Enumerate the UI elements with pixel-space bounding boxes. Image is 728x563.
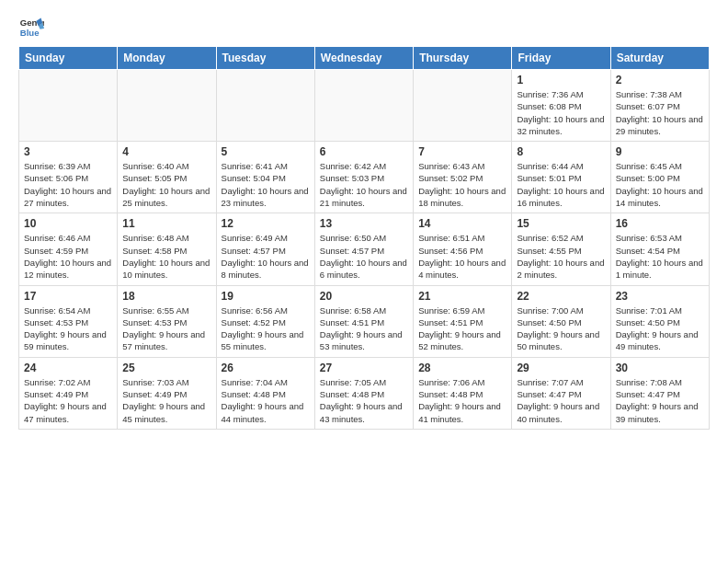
day-info: Sunrise: 6:55 AM Sunset: 4:53 PM Dayligh…: [122, 304, 210, 353]
day-number: 24: [24, 362, 112, 374]
day-number: 3: [24, 145, 112, 158]
week-row-3: 17Sunrise: 6:54 AM Sunset: 4:53 PM Dayli…: [19, 285, 710, 357]
day-number: 23: [616, 290, 704, 303]
calendar-cell: 4Sunrise: 6:40 AM Sunset: 5:05 PM Daylig…: [118, 142, 216, 213]
calendar-cell: 7Sunrise: 6:43 AM Sunset: 5:02 PM Daylig…: [414, 142, 512, 213]
day-info: Sunrise: 6:43 AM Sunset: 5:02 PM Dayligh…: [418, 160, 506, 209]
calendar-cell: [118, 70, 216, 142]
day-info: Sunrise: 6:54 AM Sunset: 4:53 PM Dayligh…: [24, 304, 112, 353]
day-info: Sunrise: 7:03 AM Sunset: 4:49 PM Dayligh…: [122, 376, 210, 425]
weekday-header-monday: Monday: [118, 47, 216, 70]
calendar-cell: 11Sunrise: 6:48 AM Sunset: 4:58 PM Dayli…: [118, 213, 216, 285]
calendar-cell: 22Sunrise: 7:00 AM Sunset: 4:50 PM Dayli…: [512, 285, 610, 357]
weekday-header-saturday: Saturday: [610, 47, 709, 70]
calendar-cell: 21Sunrise: 6:59 AM Sunset: 4:51 PM Dayli…: [414, 285, 512, 357]
day-info: Sunrise: 7:06 AM Sunset: 4:48 PM Dayligh…: [418, 376, 506, 425]
calendar-cell: 10Sunrise: 6:46 AM Sunset: 4:59 PM Dayli…: [19, 213, 118, 285]
calendar-cell: 30Sunrise: 7:08 AM Sunset: 4:47 PM Dayli…: [610, 357, 709, 429]
weekday-header-sunday: Sunday: [19, 47, 118, 70]
page-header: General Blue: [18, 15, 710, 40]
day-number: 12: [222, 217, 310, 230]
week-row-1: 3Sunrise: 6:39 AM Sunset: 5:06 PM Daylig…: [19, 142, 710, 213]
calendar-cell: [216, 70, 314, 142]
day-number: 22: [517, 290, 605, 303]
calendar-cell: 26Sunrise: 7:04 AM Sunset: 4:48 PM Dayli…: [216, 357, 314, 429]
calendar-cell: 28Sunrise: 7:06 AM Sunset: 4:48 PM Dayli…: [414, 357, 512, 429]
weekday-header-tuesday: Tuesday: [216, 47, 314, 70]
day-info: Sunrise: 6:51 AM Sunset: 4:56 PM Dayligh…: [418, 232, 506, 281]
day-info: Sunrise: 6:39 AM Sunset: 5:06 PM Dayligh…: [24, 160, 112, 209]
day-info: Sunrise: 7:08 AM Sunset: 4:47 PM Dayligh…: [616, 376, 704, 425]
day-number: 20: [320, 290, 408, 303]
day-number: 2: [616, 74, 704, 86]
calendar-cell: 3Sunrise: 6:39 AM Sunset: 5:06 PM Daylig…: [19, 142, 118, 213]
day-number: 25: [122, 362, 210, 374]
day-number: 21: [418, 290, 506, 303]
calendar-cell: 14Sunrise: 6:51 AM Sunset: 4:56 PM Dayli…: [414, 213, 512, 285]
calendar-cell: 12Sunrise: 6:49 AM Sunset: 4:57 PM Dayli…: [216, 213, 314, 285]
day-info: Sunrise: 7:04 AM Sunset: 4:48 PM Dayligh…: [222, 376, 310, 425]
calendar-cell: 20Sunrise: 6:58 AM Sunset: 4:51 PM Dayli…: [314, 285, 413, 357]
day-number: 16: [616, 217, 704, 230]
weekday-header-wednesday: Wednesday: [314, 47, 413, 70]
day-info: Sunrise: 6:53 AM Sunset: 4:54 PM Dayligh…: [616, 232, 704, 281]
day-number: 4: [122, 145, 210, 158]
calendar-cell: 18Sunrise: 6:55 AM Sunset: 4:53 PM Dayli…: [118, 285, 216, 357]
day-number: 6: [320, 145, 408, 158]
day-info: Sunrise: 6:48 AM Sunset: 4:58 PM Dayligh…: [122, 232, 210, 281]
calendar-cell: [19, 70, 118, 142]
calendar-table: SundayMondayTuesdayWednesdayThursdayFrid…: [18, 46, 710, 430]
day-number: 28: [418, 362, 506, 374]
day-info: Sunrise: 7:07 AM Sunset: 4:47 PM Dayligh…: [517, 376, 605, 425]
weekday-header-thursday: Thursday: [414, 47, 512, 70]
day-info: Sunrise: 7:05 AM Sunset: 4:48 PM Dayligh…: [320, 376, 408, 425]
week-row-2: 10Sunrise: 6:46 AM Sunset: 4:59 PM Dayli…: [19, 213, 710, 285]
calendar-cell: 15Sunrise: 6:52 AM Sunset: 4:55 PM Dayli…: [512, 213, 610, 285]
day-info: Sunrise: 6:40 AM Sunset: 5:05 PM Dayligh…: [122, 160, 210, 209]
day-info: Sunrise: 6:46 AM Sunset: 4:59 PM Dayligh…: [24, 232, 112, 281]
calendar-cell: 25Sunrise: 7:03 AM Sunset: 4:49 PM Dayli…: [118, 357, 216, 429]
day-number: 29: [517, 362, 605, 374]
logo: General Blue: [18, 15, 44, 40]
day-info: Sunrise: 7:02 AM Sunset: 4:49 PM Dayligh…: [24, 376, 112, 425]
day-info: Sunrise: 7:38 AM Sunset: 6:07 PM Dayligh…: [616, 88, 704, 137]
svg-text:Blue: Blue: [20, 28, 40, 38]
day-info: Sunrise: 7:00 AM Sunset: 4:50 PM Dayligh…: [517, 304, 605, 353]
calendar-cell: 2Sunrise: 7:38 AM Sunset: 6:07 PM Daylig…: [610, 70, 709, 142]
day-info: Sunrise: 6:52 AM Sunset: 4:55 PM Dayligh…: [517, 232, 605, 281]
day-info: Sunrise: 7:36 AM Sunset: 6:08 PM Dayligh…: [517, 88, 605, 137]
day-number: 10: [24, 217, 112, 230]
weekday-header-friday: Friday: [512, 47, 610, 70]
day-info: Sunrise: 6:58 AM Sunset: 4:51 PM Dayligh…: [320, 304, 408, 353]
calendar-cell: 9Sunrise: 6:45 AM Sunset: 5:00 PM Daylig…: [610, 142, 709, 213]
calendar-cell: 24Sunrise: 7:02 AM Sunset: 4:49 PM Dayli…: [19, 357, 118, 429]
day-number: 13: [320, 217, 408, 230]
calendar-cell: 29Sunrise: 7:07 AM Sunset: 4:47 PM Dayli…: [512, 357, 610, 429]
calendar-cell: 27Sunrise: 7:05 AM Sunset: 4:48 PM Dayli…: [314, 357, 413, 429]
day-info: Sunrise: 6:49 AM Sunset: 4:57 PM Dayligh…: [222, 232, 310, 281]
day-number: 26: [222, 362, 310, 374]
calendar-cell: 1Sunrise: 7:36 AM Sunset: 6:08 PM Daylig…: [512, 70, 610, 142]
day-info: Sunrise: 7:01 AM Sunset: 4:50 PM Dayligh…: [616, 304, 704, 353]
calendar-cell: 5Sunrise: 6:41 AM Sunset: 5:04 PM Daylig…: [216, 142, 314, 213]
calendar-cell: 13Sunrise: 6:50 AM Sunset: 4:57 PM Dayli…: [314, 213, 413, 285]
calendar-cell: 16Sunrise: 6:53 AM Sunset: 4:54 PM Dayli…: [610, 213, 709, 285]
day-number: 27: [320, 362, 408, 374]
day-number: 9: [616, 145, 704, 158]
day-number: 14: [418, 217, 506, 230]
day-number: 15: [517, 217, 605, 230]
day-number: 18: [122, 290, 210, 303]
day-number: 19: [222, 290, 310, 303]
calendar-cell: 8Sunrise: 6:44 AM Sunset: 5:01 PM Daylig…: [512, 142, 610, 213]
week-row-0: 1Sunrise: 7:36 AM Sunset: 6:08 PM Daylig…: [19, 70, 710, 142]
calendar-body: 1Sunrise: 7:36 AM Sunset: 6:08 PM Daylig…: [19, 70, 710, 430]
day-number: 11: [122, 217, 210, 230]
day-info: Sunrise: 6:44 AM Sunset: 5:01 PM Dayligh…: [517, 160, 605, 209]
calendar-cell: [314, 70, 413, 142]
day-info: Sunrise: 6:56 AM Sunset: 4:52 PM Dayligh…: [222, 304, 310, 353]
day-number: 8: [517, 145, 605, 158]
day-info: Sunrise: 6:41 AM Sunset: 5:04 PM Dayligh…: [222, 160, 310, 209]
day-number: 5: [222, 145, 310, 158]
week-row-4: 24Sunrise: 7:02 AM Sunset: 4:49 PM Dayli…: [19, 357, 710, 429]
calendar-cell: 6Sunrise: 6:42 AM Sunset: 5:03 PM Daylig…: [314, 142, 413, 213]
